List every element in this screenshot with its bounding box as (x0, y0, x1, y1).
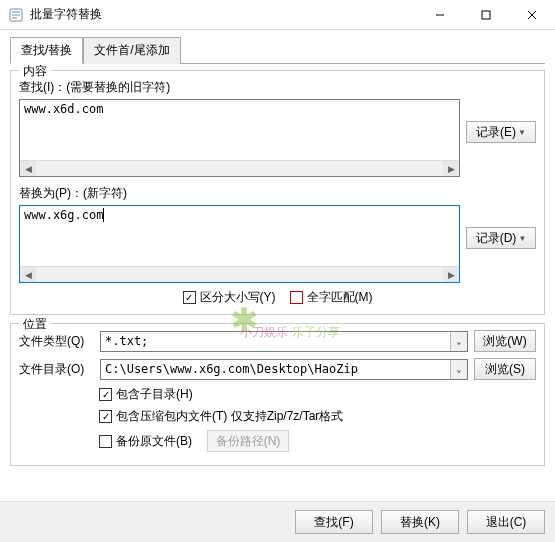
tabs: 查找/替换 文件首/尾添加 (10, 36, 545, 64)
backup-checkbox[interactable]: 备份原文件(B) 备份路径(N) (99, 430, 536, 452)
replace-value: www.x6g.com (24, 208, 103, 222)
checkbox-unchecked-icon (99, 435, 112, 448)
whole-word-checkbox[interactable]: 全字匹配(M) (290, 289, 373, 306)
checkbox-checked-icon (99, 410, 112, 423)
filedir-value: C:\Users\www.x6g.com\Desktop\HaoZip (105, 362, 358, 376)
close-button[interactable] (509, 0, 555, 29)
filetype-label: 文件类型(Q) (19, 333, 94, 350)
chevron-down-icon[interactable]: ⌄ (450, 332, 467, 351)
replace-hscroll[interactable]: ◀ ▶ (20, 266, 459, 282)
chevron-down-icon[interactable]: ⌄ (450, 360, 467, 379)
find-value: www.x6d.com (24, 102, 103, 116)
scroll-right-icon[interactable]: ▶ (443, 161, 459, 176)
exit-button[interactable]: 退出(C) (467, 510, 545, 534)
record-d-button[interactable]: 记录(D)▼ (466, 227, 536, 249)
filedir-label: 文件目录(O) (19, 361, 94, 378)
svg-rect-2 (482, 11, 490, 19)
replace-label: 替换为(P)：(新字符) (19, 185, 536, 202)
location-group-title: 位置 (19, 316, 51, 333)
browse-s-button[interactable]: 浏览(S) (474, 358, 536, 380)
checkbox-unchecked-icon (290, 291, 303, 304)
backup-path-button: 备份路径(N) (207, 430, 290, 452)
scroll-right-icon[interactable]: ▶ (443, 267, 459, 282)
maximize-button[interactable] (463, 0, 509, 29)
find-button[interactable]: 查找(F) (295, 510, 373, 534)
replace-button[interactable]: 替换(K) (381, 510, 459, 534)
find-hscroll[interactable]: ◀ ▶ (20, 160, 459, 176)
find-textarea[interactable]: www.x6d.com ◀ ▶ (19, 99, 460, 177)
find-label: 查找(I)：(需要替换的旧字符) (19, 79, 536, 96)
scroll-left-icon[interactable]: ◀ (20, 267, 36, 282)
caret-down-icon: ▼ (518, 234, 526, 243)
browse-w-button[interactable]: 浏览(W) (474, 330, 536, 352)
checkbox-checked-icon (99, 388, 112, 401)
location-group: 位置 文件类型(Q) *.txt; ⌄ 浏览(W) 文件目录(O) C:\Use… (10, 323, 545, 466)
include-zip-checkbox[interactable]: 包含压缩包内文件(T) 仅支持Zip/7z/Tar格式 (99, 408, 536, 425)
content-group-title: 内容 (19, 63, 51, 80)
filetype-combo[interactable]: *.txt; ⌄ (100, 331, 468, 352)
filedir-combo[interactable]: C:\Users\www.x6g.com\Desktop\HaoZip ⌄ (100, 359, 468, 380)
minimize-button[interactable] (417, 0, 463, 29)
content-group: 内容 查找(I)：(需要替换的旧字符) www.x6d.com ◀ ▶ 记录(E… (10, 70, 545, 315)
tab-prepend-append[interactable]: 文件首/尾添加 (83, 37, 180, 64)
button-bar: 查找(F) 替换(K) 退出(C) (0, 501, 555, 542)
tab-find-replace[interactable]: 查找/替换 (10, 37, 83, 64)
window-buttons (417, 0, 555, 29)
titlebar: 批量字符替换 (0, 0, 555, 30)
record-e-button[interactable]: 记录(E)▼ (466, 121, 536, 143)
case-sensitive-checkbox[interactable]: 区分大小写(Y) (183, 289, 276, 306)
window-title: 批量字符替换 (30, 6, 417, 23)
checkbox-checked-icon (183, 291, 196, 304)
include-subdir-checkbox[interactable]: 包含子目录(H) (99, 386, 536, 403)
caret-down-icon: ▼ (518, 128, 526, 137)
scroll-left-icon[interactable]: ◀ (20, 161, 36, 176)
app-icon (8, 7, 24, 23)
filetype-value: *.txt; (105, 334, 148, 348)
replace-textarea[interactable]: www.x6g.com ◀ ▶ (19, 205, 460, 283)
